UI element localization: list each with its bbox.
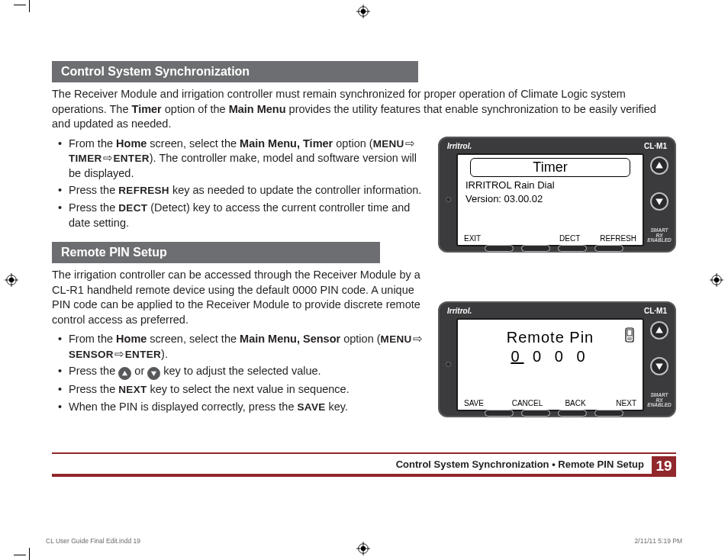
svg-point-27 — [630, 339, 631, 340]
svg-marker-18 — [656, 162, 663, 168]
registration-mark — [710, 273, 723, 287]
list-item: When the PIN is displayed correctly, pre… — [69, 400, 424, 415]
up-button[interactable] — [650, 156, 668, 175]
list-item: Press the DECT (Detect) key to access th… — [69, 201, 424, 230]
svg-point-24 — [630, 337, 631, 338]
phone-icon — [624, 327, 635, 345]
svg-point-22 — [627, 337, 628, 338]
intro-paragraph: The Receiver Module and irrigation contr… — [52, 87, 676, 132]
svg-marker-17 — [151, 372, 156, 376]
softkey-labels: EXIT DECT REFRESH — [464, 234, 636, 243]
lcd-screen: Timer IRRITROL Rain Dial Version: 03.00.… — [456, 153, 644, 246]
registration-mark — [5, 273, 18, 287]
indd-metadata: CL User Guide Final Edit.indd 19 2/11/11… — [46, 537, 682, 545]
brand-label: Irritrol. — [447, 307, 472, 315]
list-item: From the Home screen, select the Main Me… — [69, 137, 424, 182]
lcd-line: IRRITROL Rain Dial — [465, 179, 636, 191]
softkey-labels: SAVE CANCEL BACK NEXT — [464, 399, 636, 407]
screen-title: Timer — [470, 158, 630, 177]
screen-title: Remote Pin — [464, 329, 636, 346]
page-footer: Control System Synchronization • Remote … — [52, 452, 676, 477]
smart-rx-label: SMART RXENABLED — [647, 228, 671, 243]
section-header-pin: Remote PIN Setup — [52, 242, 380, 263]
led-indicator — [444, 153, 452, 246]
svg-marker-28 — [656, 327, 663, 333]
footer-title: Control System Synchronization • Remote … — [396, 459, 644, 470]
down-button[interactable] — [650, 192, 668, 211]
svg-marker-19 — [656, 198, 663, 204]
page-number: 19 — [652, 456, 676, 476]
list-item: Press the REFRESH key as needed to updat… — [69, 183, 424, 198]
device-screen-pin: Irritrol. CL·M1 Remote Pin 0 0 0 0 — [438, 301, 676, 417]
model-label: CL·M1 — [644, 142, 667, 150]
lcd-line: Version: 03.00.02 — [465, 193, 636, 204]
section-header-sync: Control System Synchronization — [52, 61, 418, 82]
bullet-list-sync: From the Home screen, select the Main Me… — [52, 137, 424, 230]
down-arrow-icon — [147, 367, 160, 380]
list-item: From the Home screen, select the Main Me… — [69, 332, 424, 362]
pin-value: 0 0 0 0 — [464, 348, 636, 365]
softkey-buttons[interactable] — [465, 410, 643, 417]
svg-point-25 — [627, 339, 628, 340]
svg-rect-21 — [627, 330, 632, 336]
bullet-list-pin: From the Home screen, select the Main Me… — [52, 332, 424, 414]
up-arrow-icon — [118, 367, 131, 380]
model-label: CL·M1 — [644, 307, 667, 315]
smart-rx-label: SMART RXENABLED — [647, 393, 671, 408]
svg-marker-29 — [656, 363, 663, 369]
softkey-buttons[interactable] — [465, 245, 643, 252]
intro-paragraph-pin: The irrigation controller can be accesse… — [52, 268, 424, 327]
svg-marker-16 — [122, 371, 127, 375]
list-item: Press the or key to adjust the selected … — [69, 364, 424, 380]
lcd-screen: Remote Pin 0 0 0 0 SAVE CANCEL BACK NEXT — [456, 318, 644, 411]
brand-label: Irritrol. — [447, 142, 472, 150]
device-screen-timer: Irritrol. CL·M1 Timer IRRITROL Rain Dial… — [438, 137, 676, 253]
registration-mark — [356, 5, 370, 18]
svg-point-26 — [629, 339, 630, 340]
up-button[interactable] — [650, 321, 668, 340]
led-indicator — [444, 318, 452, 411]
list-item: Press the NEXT key to select the next va… — [69, 382, 424, 397]
svg-point-23 — [629, 337, 630, 338]
down-button[interactable] — [650, 357, 668, 375]
page-content: Control System Synchronization The Recei… — [31, 38, 697, 514]
